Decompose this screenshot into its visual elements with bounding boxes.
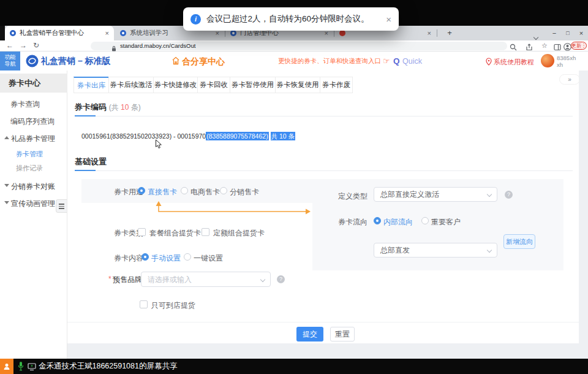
sidebar-group-distribution-reconciliation[interactable]: 分销券卡对账 [11, 181, 55, 192]
address-bar[interactable]: standard.maboy.cn/CardsOut [91, 42, 507, 50]
presale-brand-input[interactable] [148, 275, 239, 284]
content-option-one-click[interactable]: 一键设置 [194, 253, 223, 264]
back-icon[interactable]: ← [6, 41, 13, 50]
tab-favicon [339, 30, 345, 36]
tab-close-icon[interactable]: × [105, 29, 109, 37]
tab-card-void[interactable]: 券卡作废 [320, 77, 353, 93]
section-divider [75, 116, 573, 116]
store-pickup-only-label[interactable]: 只可到店提货 [151, 300, 195, 311]
radio-key-customer[interactable] [421, 217, 429, 224]
flow-option-internal[interactable]: 内部流向 [383, 217, 413, 227]
radio-internal-flow-selected[interactable] [374, 217, 381, 224]
bookmark-star-icon[interactable]: ☆ [541, 42, 548, 50]
quick-search-icon[interactable]: Q [393, 56, 400, 66]
flow-option-key-customer[interactable]: 重要客户 [431, 217, 461, 227]
count-number: 10 [121, 103, 129, 112]
define-type-select[interactable]: 总部直接定义激活 [374, 187, 497, 202]
triangle-collapsed-icon[interactable] [4, 201, 9, 204]
usage-option-distribution[interactable]: 分销售卡 [230, 187, 259, 197]
presale-brand-label: 预售品牌 [113, 275, 142, 285]
window-minimize-button[interactable]: − [548, 26, 560, 40]
quick-search-label[interactable]: Quick [402, 57, 422, 66]
app-title: 礼盒营销 – 标准版 [41, 56, 111, 67]
share-center-link[interactable]: 合分享中心 [182, 56, 225, 67]
category-option-fixed[interactable]: 定额组合提货卡 [213, 228, 265, 239]
category-option-package[interactable]: 套餐组合提货卡 [149, 228, 201, 239]
tab-quick-modify[interactable]: 券卡快捷修改 [153, 77, 198, 93]
sidebar-group-promo-animation[interactable]: 宣传动画管理 [11, 199, 55, 209]
nav-label-1: 功能 [0, 54, 20, 61]
sidebar-group-gift-card-management[interactable]: 礼品券卡管理 [11, 134, 55, 144]
forward-icon[interactable]: → [20, 41, 27, 50]
define-type-label: 定义类型 [338, 191, 368, 202]
app-logo [26, 55, 39, 70]
screen-share-bar: 金禾通技术王斌18662591081的屏幕共享 [0, 359, 588, 374]
code-selected: (8385889075578462) [206, 132, 268, 140]
window-maximize-button[interactable]: □ [562, 26, 574, 40]
screen-share-icon [28, 362, 36, 373]
sidebar-item-code-sequence-query[interactable]: 编码序列查询 [10, 116, 55, 127]
basic-settings-title: 基础设置 [75, 156, 107, 167]
screen: 礼盒营销平台管理中心 × 系统培训学习 × 门店管理中心 × × + − □ ×… [0, 0, 588, 374]
flow-select[interactable]: 总部直发 [374, 243, 497, 258]
triangle-collapsed-icon[interactable] [4, 184, 9, 187]
tab-card-recycle[interactable]: 券卡回收 [197, 77, 230, 93]
submit-button[interactable]: 提交 [296, 327, 323, 342]
meeting-banner: i 会议已超过2人，自动转为60分钟限时会议。 × [183, 7, 399, 31]
content-option-manual[interactable]: 手动设置 [151, 253, 181, 264]
tutorial-link[interactable]: 系统使用教程 [494, 58, 534, 67]
sidebar: 券卡中心 券卡查询 编码序列查询 礼品券卡管理 券卡管理 操作记录 分销券卡对账… [0, 71, 67, 359]
tab-close-icon[interactable]: × [428, 29, 431, 37]
browser-update-button[interactable]: 更新⋮ [571, 42, 587, 50]
flow-value: 总部直发 [380, 243, 410, 258]
chevron-down-icon [487, 192, 492, 197]
expand-panel-button[interactable]: » [559, 74, 580, 85]
tab-pause-use[interactable]: 券卡暂停使用 [230, 77, 276, 93]
checkbox-store-pickup-only[interactable] [140, 300, 148, 308]
window-close-button[interactable]: × [575, 26, 587, 40]
radio-ecommerce-sale[interactable] [181, 187, 188, 194]
browser-tab-active[interactable]: 礼盒营销平台管理中心 × [5, 26, 114, 40]
code-selected-count: 共 10 条 [271, 132, 296, 140]
radio-distribution-sale[interactable] [220, 187, 227, 194]
triangle-expanded-icon[interactable] [4, 136, 9, 139]
quick-entry-tip: 更快捷的券卡、订单和快递查询入口 [278, 57, 381, 66]
help-icon[interactable]: ? [505, 191, 513, 199]
usage-panel: 券卡用途 直接售卡 电商售卡 分销售卡 [81, 179, 312, 203]
sidebar-item-card-query[interactable]: 券卡查询 [10, 99, 40, 110]
mouse-cursor [155, 139, 162, 152]
sidebar-subitem-operation-log[interactable]: 操作记录 [16, 164, 43, 173]
tab-follow-up-activation[interactable]: 券卡后续激活 [108, 77, 154, 93]
nav-label-2: 导航 [0, 61, 20, 67]
add-flow-button[interactable]: 新增流向 [503, 234, 535, 249]
tab-resume-use[interactable]: 券卡恢复使用 [275, 77, 320, 93]
radio-manual-setup-selected[interactable] [141, 253, 149, 261]
flow-label: 券卡流向 [338, 217, 368, 227]
radio-direct-sale-selected[interactable] [138, 187, 145, 194]
content-card: 券卡出库 券卡后续激活 券卡快捷修改 券卡回收 券卡暂停使用 券卡恢复使用 券卡… [67, 71, 579, 343]
sidebar-subitem-card-management-active[interactable]: 券卡管理 [16, 150, 43, 159]
checkbox-package-combo[interactable] [138, 228, 146, 236]
tab-favicon [10, 30, 16, 36]
tab-cards-out[interactable]: 券卡出库 [74, 77, 109, 93]
usage-option-ecommerce[interactable]: 电商售卡 [190, 187, 220, 197]
presale-brand-select[interactable] [141, 272, 271, 287]
card-code-range: 00015961(8385291502033923) - 00015970(83… [81, 132, 295, 141]
sidebar-collapse-handle[interactable] [56, 199, 67, 213]
pointing-hand-icon: ☞ [383, 56, 390, 66]
kebab-menu-icon: ⋮ [581, 43, 586, 48]
banner-close-icon[interactable]: × [386, 14, 391, 25]
avatar[interactable] [541, 54, 554, 67]
reload-icon[interactable]: ↻ [33, 41, 39, 50]
radio-one-click-setup[interactable] [184, 253, 191, 261]
usage-option-direct[interactable]: 直接售卡 [148, 187, 177, 197]
meeting-banner-text: 会议已超过2人，自动转为60分钟限时会议。 [206, 13, 369, 25]
checkbox-fixed-amount-combo[interactable] [202, 228, 209, 236]
reset-button[interactable]: 重置 [330, 327, 355, 342]
function-nav-button[interactable]: 功能 导航 [0, 52, 20, 71]
help-icon[interactable]: ? [277, 275, 285, 283]
window-edge [0, 26, 5, 40]
define-panel: 定义类型 总部直接定义激活 ? 券卡流向 内部流向 重要客户 总部直发 新增流向 [312, 179, 564, 270]
tab-favicon [230, 30, 236, 36]
new-tab-button[interactable]: + [443, 26, 456, 40]
